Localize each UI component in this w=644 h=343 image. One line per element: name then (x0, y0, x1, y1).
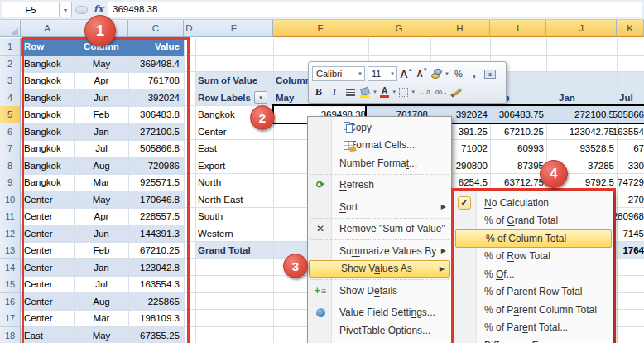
row-header-2[interactable]: 2 (0, 56, 21, 73)
row-labels-filter-button[interactable]: ▼ (254, 91, 267, 104)
submenu-arrow-icon: ▶ (441, 247, 446, 254)
menu-item-remove-sum-of-value[interactable]: Remove "Sum of Value" (308, 220, 451, 239)
menu-item-pct-of-column-total[interactable]: % of Column Total (455, 229, 612, 248)
center-align-button[interactable] (344, 85, 357, 99)
menu-item-pct-of[interactable]: % Of... (454, 265, 613, 283)
column-header-E[interactable]: E (195, 20, 273, 37)
menu-item-show-details[interactable]: Show Details (308, 282, 451, 300)
pivot-cell[interactable]: 67210.25 (490, 123, 546, 141)
merge-center-button[interactable]: a (483, 66, 497, 81)
show-details-icon (312, 284, 329, 297)
formula-input[interactable]: 369498.38 (108, 2, 642, 17)
column-header-F[interactable]: F (273, 20, 368, 37)
row-header-10[interactable]: 10 (0, 191, 21, 209)
menu-item-difference-from[interactable]: Difference From... (454, 336, 613, 343)
row-header-17[interactable]: 17 (0, 310, 21, 327)
increase-decimal-button[interactable]: ←.0 (418, 85, 431, 99)
pivot-row-label[interactable]: East (195, 140, 273, 157)
select-all-corner[interactable] (0, 20, 21, 37)
font-size-select[interactable]: 11 ▼ (368, 66, 397, 81)
decrease-decimal-button[interactable]: .00→ (434, 85, 448, 99)
column-header-A[interactable]: A (21, 20, 74, 37)
menu-item-show-field-list[interactable] (308, 340, 451, 343)
format-painter-button[interactable] (450, 85, 464, 99)
percent-style-button[interactable]: % (452, 66, 465, 81)
menu-item-pct-of-parent-total[interactable]: % of Parent Total... (454, 319, 613, 337)
context-menu: CopyFormat Cells...Number Format...Refre… (307, 116, 452, 343)
column-header-G[interactable]: G (368, 20, 430, 37)
menu-item-label: Show Details (339, 285, 397, 297)
pivot-cell[interactable]: 60993 (490, 140, 546, 157)
menu-item-pct-of-parent-row-total[interactable]: % of Parent Row Total (454, 283, 613, 302)
comma-style-button[interactable]: , (468, 66, 481, 81)
pivot-cell[interactable]: 163554 (579, 123, 644, 141)
menu-item-pct-of-grand-total[interactable]: % of Grand Total (454, 212, 613, 230)
formula-bar-splitter[interactable] (75, 6, 88, 14)
font-name-select[interactable]: Calibri ▼ (312, 66, 365, 81)
menu-item-refresh[interactable]: Refresh (308, 176, 451, 195)
borders-button[interactable]: ▼ (399, 85, 416, 99)
row-header-9[interactable]: 9 (0, 174, 21, 191)
shrink-font-button[interactable]: A▼ (416, 66, 429, 81)
pivot-row-label[interactable]: Western (195, 225, 273, 243)
merge-center-icon: a (484, 70, 496, 79)
row-header-8[interactable]: 8 (0, 157, 21, 175)
italic-button[interactable]: I (328, 85, 341, 99)
row-header-3[interactable]: 3 (0, 72, 21, 89)
menu-item-pivottable-options[interactable]: PivotTable Options... (308, 321, 451, 340)
shrink-font-icon: A (416, 70, 422, 79)
pivot-cell[interactable]: 306483.75 (490, 106, 546, 123)
row-header-6[interactable]: 6 (0, 123, 21, 141)
row-header-12[interactable]: 12 (0, 225, 21, 243)
pivot-cell[interactable]: 505866 (579, 106, 644, 123)
pivot-column-header-jan[interactable]: Jan (546, 89, 625, 107)
column-header-H[interactable]: H (430, 20, 490, 37)
pivot-cell[interactable]: 330 (579, 157, 644, 175)
pivot-grand-total-label[interactable]: Grand Total (195, 242, 273, 259)
menu-item-format-cells[interactable]: Format Cells... (308, 137, 451, 155)
menu-item-sort[interactable]: Sort▶ (308, 198, 451, 216)
fill-color-button[interactable]: ▼ (359, 85, 377, 99)
pivot-row-label[interactable]: North East (195, 191, 273, 209)
fill-color-icon (359, 87, 370, 98)
pivot-cell[interactable]: 87395 (490, 157, 546, 175)
menu-item-summarize-values-by[interactable]: Summarize Values By▶ (308, 242, 451, 260)
menu-item-show-values-as[interactable]: Show Values As▶ (309, 260, 450, 278)
pivot-row-label[interactable]: Export (195, 157, 273, 175)
pivot-column-header-jul[interactable]: Jul (617, 89, 644, 107)
row-header-4[interactable]: 4 (0, 89, 21, 107)
center-align-icon (346, 89, 355, 96)
menu-item-pct-of-parent-column-total[interactable]: % of Parent Column Total (454, 301, 613, 319)
pivot-row-label[interactable]: North (195, 174, 273, 191)
column-header-D[interactable]: D (184, 20, 195, 37)
name-box[interactable]: F5 (2, 2, 60, 17)
row-header-16[interactable]: 16 (0, 293, 21, 311)
column-header-I[interactable]: I (490, 20, 546, 37)
grow-font-icon: A (400, 68, 407, 80)
row-header-5[interactable]: 5 (0, 106, 21, 123)
row-header-13[interactable]: 13 (0, 242, 21, 259)
font-color-button[interactable]: A▼ (380, 85, 396, 99)
grow-font-button[interactable]: A▲ (400, 66, 413, 81)
name-box-dropdown-icon[interactable]: ▼ (60, 2, 72, 17)
accounting-format-button[interactable]: ▼ (431, 66, 449, 81)
row-header-7[interactable]: 7 (0, 140, 21, 157)
menu-item-copy[interactable]: Copy (308, 118, 451, 137)
menu-item-number-format[interactable]: Number Format... (308, 154, 451, 172)
row-header-18[interactable]: 18 (0, 327, 21, 343)
row-header-15[interactable]: 15 (0, 276, 21, 293)
menu-item-pct-of-row-total[interactable]: % of Row Total (454, 248, 613, 266)
row-header-1[interactable]: 1 (0, 38, 21, 56)
pivot-row-label[interactable]: South (195, 208, 273, 225)
column-header-C[interactable]: C (128, 20, 184, 37)
pivot-cell[interactable]: 67 (579, 140, 644, 157)
column-header-J[interactable]: J (546, 20, 617, 37)
row-header-14[interactable]: 14 (0, 259, 21, 277)
refresh-icon (312, 178, 329, 191)
row-header-11[interactable]: 11 (0, 208, 21, 225)
font-name-value: Calibri (316, 69, 342, 79)
menu-item-value-field-settings[interactable]: Value Field Settings... (308, 304, 451, 322)
bold-button[interactable]: B (312, 85, 325, 99)
column-header-K[interactable]: K (617, 20, 644, 37)
menu-item-no-calculation[interactable]: No Calculation (454, 194, 613, 212)
